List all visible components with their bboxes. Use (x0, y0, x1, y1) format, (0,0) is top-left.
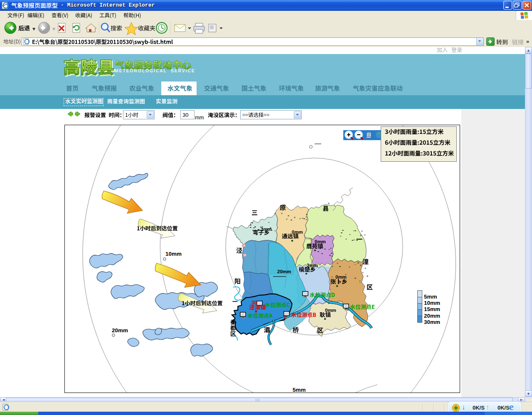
svg-text:30: 30 (251, 300, 257, 306)
svg-text:10mm: 10mm (424, 300, 440, 306)
svg-text:0mm: 0mm (315, 239, 326, 244)
svg-text:0mm: 0mm (335, 274, 347, 279)
svg-text:20mm: 20mm (424, 313, 440, 319)
svg-text:0mm: 0mm (325, 308, 336, 313)
svg-text:15mm: 15mm (424, 306, 440, 312)
svg-text:3mm: 3mm (307, 263, 318, 268)
svg-text:10mm: 10mm (165, 251, 182, 257)
svg-text:0mm: 0mm (292, 230, 303, 235)
svg-text:5mm: 5mm (293, 387, 306, 393)
svg-text:20mm: 20mm (277, 269, 291, 274)
svg-text:3mm: 3mm (261, 227, 272, 232)
svg-text:5mm: 5mm (424, 294, 437, 300)
svg-text:20mm: 20mm (112, 327, 128, 333)
svg-text:30mm: 30mm (424, 319, 440, 325)
svg-text:x: x (283, 315, 286, 320)
